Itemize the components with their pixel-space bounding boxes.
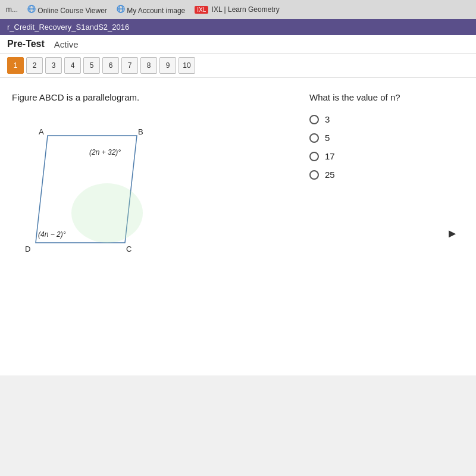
option-3-label: 3 — [325, 114, 330, 124]
page-path: r_Credit_Recovery_S1andS2_2016 — [7, 23, 129, 32]
question-tabs: 12345678910 — [0, 54, 476, 78]
browser-bar: m... Online Course Viewer My Account ima… — [0, 0, 476, 19]
question-text: What is the value of n? — [309, 92, 464, 102]
question-tab-4[interactable]: 4 — [64, 57, 81, 74]
page-header: r_Credit_Recovery_S1andS2_2016 — [0, 19, 476, 35]
question-tab-9[interactable]: 9 — [159, 57, 176, 74]
question-tab-5[interactable]: 5 — [83, 57, 100, 74]
pretest-bar: Pre-Test Active — [0, 35, 476, 54]
browser-tab-ocv[interactable]: Online Course Viewer — [27, 5, 107, 15]
vertex-c: C — [126, 245, 131, 253]
question-tab-10[interactable]: 10 — [178, 57, 195, 74]
question-tab-6[interactable]: 6 — [102, 57, 119, 74]
radio-17[interactable] — [309, 152, 319, 161]
figure-title: Figure ABCD is a parallelogram. — [12, 92, 286, 102]
browser-tab-m[interactable]: m... — [6, 5, 18, 14]
option-25[interactable]: 25 — [309, 170, 464, 180]
vertex-d: D — [25, 245, 30, 253]
option-17-label: 17 — [325, 151, 335, 161]
option-3[interactable]: 3 — [309, 114, 464, 124]
question-tab-8[interactable]: 8 — [140, 57, 157, 74]
option-25-label: 25 — [325, 170, 335, 180]
radio-3[interactable] — [309, 115, 319, 124]
figure-container: A B C D (2n + 32)° (4n − 2)° — [12, 112, 178, 278]
option-17[interactable]: 17 — [309, 151, 464, 161]
question-tab-2[interactable]: 2 — [26, 57, 43, 74]
cursor-arrow: ► — [446, 227, 458, 240]
active-status: Active — [54, 39, 79, 49]
answer-options: 3 5 17 25 — [309, 114, 464, 180]
radio-5[interactable] — [309, 133, 319, 143]
vertex-b: B — [138, 127, 143, 136]
angle-b-label: (2n + 32)° — [89, 148, 121, 156]
browser-tab-ixl[interactable]: IXL IXL | Learn Geometry — [195, 5, 279, 14]
question-tab-3[interactable]: 3 — [45, 57, 62, 74]
vertex-a: A — [39, 127, 44, 136]
question-tab-1[interactable]: 1 — [7, 57, 24, 74]
option-5-label: 5 — [325, 133, 330, 143]
watermark — [71, 183, 143, 243]
left-panel: Figure ABCD is a parallelogram. A B C D … — [12, 92, 286, 361]
option-5[interactable]: 5 — [309, 133, 464, 143]
parallelogram-svg: A B C D (2n + 32)° (4n − 2)° — [12, 112, 167, 278]
right-panel: What is the value of n? 3 5 17 25 ► — [309, 92, 464, 361]
content-area: Figure ABCD is a parallelogram. A B C D … — [0, 78, 476, 375]
pretest-label: Pre-Test — [7, 39, 45, 49]
browser-tab-account[interactable]: My Account image — [117, 5, 185, 15]
question-tab-7[interactable]: 7 — [121, 57, 138, 74]
radio-25[interactable] — [309, 170, 319, 180]
angle-d-label: (4n − 2)° — [38, 230, 66, 239]
